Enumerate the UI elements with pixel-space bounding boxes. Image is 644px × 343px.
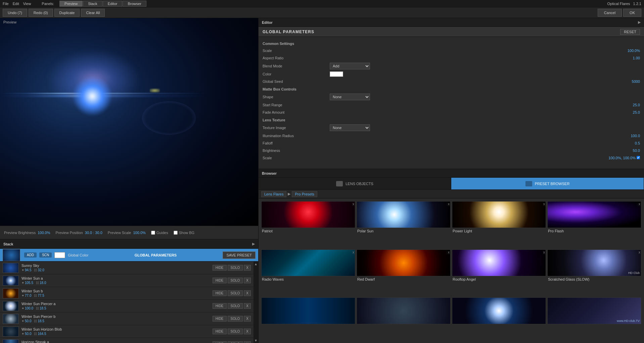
preset-item-red-dwarf[interactable]: x Red Dwarf — [357, 249, 451, 296]
preset-thumb-patriot[interactable]: x — [261, 201, 355, 228]
stack-item-thumb[interactable] — [3, 288, 19, 298]
start-range-value[interactable]: 25.0 — [633, 103, 640, 107]
preset-remove-icon[interactable]: x — [448, 202, 450, 206]
stack-item-thumb[interactable] — [3, 339, 19, 343]
menu-view[interactable]: View — [23, 2, 31, 6]
preset-item-bottom1[interactable] — [261, 297, 355, 340]
stack-item-thumb[interactable] — [3, 314, 19, 324]
scale-param-value[interactable]: 100.0% — [628, 49, 640, 53]
preset-item-patriot[interactable]: x Patriot — [261, 201, 355, 248]
preset-thumb-bottom1[interactable] — [261, 297, 355, 324]
preset-remove-icon[interactable]: x — [448, 250, 450, 254]
show-bg-checkbox[interactable] — [174, 231, 178, 235]
duplicate-button[interactable]: Duplicate — [54, 9, 80, 17]
delete-button[interactable]: X — [244, 265, 251, 271]
solo-button[interactable]: SOLO — [228, 341, 243, 343]
brightness-param-value[interactable]: 50.0 — [633, 149, 640, 153]
menu-file[interactable]: File — [3, 2, 9, 6]
hide-button[interactable]: HIDE — [213, 278, 227, 283]
breadcrumb-lens-flares[interactable]: Lens Flares — [261, 191, 286, 197]
solo-button[interactable]: SOLO — [228, 303, 243, 309]
scale-link-checkbox[interactable] — [637, 156, 640, 159]
preset-thumb-bottom4[interactable]: www.HD-club.TV — [547, 297, 641, 324]
aspect-ratio-value[interactable]: 1.00 — [633, 56, 640, 60]
delete-button[interactable]: X — [244, 303, 251, 309]
preset-thumb-scratched-glass[interactable]: x HD Club — [547, 249, 641, 276]
preset-thumb-red-dwarf[interactable]: x — [357, 249, 451, 276]
guides-checkbox[interactable] — [151, 231, 155, 235]
preset-remove-icon[interactable]: x — [543, 250, 545, 254]
preset-item-bottom3[interactable] — [452, 297, 546, 340]
stack-item-thumb[interactable] — [3, 327, 19, 337]
stack-item-thumb[interactable] — [3, 301, 19, 311]
tab-editor[interactable]: Editor — [103, 1, 123, 7]
preset-remove-icon[interactable]: x — [639, 250, 640, 254]
hide-button[interactable]: HIDE — [213, 265, 227, 271]
preset-remove-icon[interactable]: x — [353, 202, 354, 206]
stack-collapse-icon[interactable]: ▶ — [252, 242, 255, 246]
fade-amount-value[interactable]: 25.0 — [633, 110, 640, 114]
tab-preset-browser[interactable]: PRESET BROWSER — [451, 178, 644, 189]
hide-button[interactable]: HIDE — [213, 341, 227, 343]
solo-button[interactable]: SOLO — [228, 329, 243, 334]
preset-item-power-light[interactable]: x Power Light — [452, 201, 546, 248]
preset-item-bottom4[interactable]: www.HD-club.TV — [547, 297, 641, 340]
solo-button[interactable]: SOLO — [228, 265, 243, 271]
tab-preview[interactable]: Preview — [59, 1, 83, 7]
falloff-value[interactable]: 0.5 — [635, 141, 640, 145]
blend-mode-select[interactable]: Add Screen Normal Overlay — [330, 63, 370, 69]
breadcrumb-pro-presets[interactable]: Pro Presets — [292, 191, 317, 197]
global-color-swatch[interactable] — [54, 252, 65, 258]
preset-item-bottom2[interactable] — [357, 297, 451, 340]
editor-expand-icon[interactable]: ▶ — [638, 20, 641, 24]
preset-item-rooftop-angel[interactable]: x Rooftop Angel — [452, 249, 546, 296]
menu-edit[interactable]: Edit — [13, 2, 19, 6]
delete-button[interactable]: X — [244, 290, 251, 296]
delete-button[interactable]: X — [244, 278, 251, 283]
preset-remove-icon[interactable]: x — [543, 202, 545, 206]
reset-button[interactable]: RESET — [620, 29, 640, 35]
preset-thumb-power-light[interactable]: x — [452, 201, 546, 228]
clear-all-button[interactable]: Clear All — [81, 9, 105, 17]
stack-global-thumbnail[interactable] — [3, 249, 20, 261]
solo-button[interactable]: SOLO — [228, 316, 243, 322]
save-preset-button[interactable]: SAVE PRESET — [223, 251, 256, 259]
scale-value[interactable]: 100.0% — [133, 231, 146, 235]
position-value[interactable]: 30.0 : 30.0 — [85, 231, 102, 235]
preset-item-scratched-glass[interactable]: x HD Club Scratched Glass (SLOW) — [547, 249, 641, 296]
undo-button[interactable]: Undo (7) — [3, 9, 27, 17]
tab-stack[interactable]: Stack — [83, 1, 102, 7]
solo-button[interactable]: SOLO — [228, 290, 243, 296]
scroll-up-icon[interactable]: ▲ — [254, 262, 258, 266]
preset-thumb-bottom3[interactable] — [452, 297, 546, 324]
preset-thumb-polar-sun[interactable]: x — [357, 201, 451, 228]
solo-button[interactable]: SOLO — [228, 278, 243, 283]
hide-button[interactable]: HIDE — [213, 303, 227, 309]
ok-button[interactable]: OK — [623, 9, 641, 17]
hide-button[interactable]: HIDE — [213, 316, 227, 322]
delete-button[interactable]: X — [244, 329, 251, 334]
guides-checkbox-label[interactable]: Guides — [151, 231, 168, 235]
brightness-value[interactable]: 100.0% — [38, 231, 50, 235]
preset-thumb-rooftop-angel[interactable]: x — [452, 249, 546, 276]
add-button[interactable]: ADD — [24, 252, 37, 258]
hide-button[interactable]: HIDE — [213, 329, 227, 334]
delete-button[interactable]: X — [244, 316, 251, 322]
stack-item-thumb[interactable] — [3, 263, 19, 273]
preset-thumb-pro-flash[interactable]: x — [547, 201, 641, 228]
global-seed-value[interactable]: 5000 — [632, 79, 640, 83]
illumination-value[interactable]: 100.0 — [631, 134, 640, 138]
tab-browser[interactable]: Browser — [123, 1, 146, 7]
show-bg-checkbox-label[interactable]: Show BG — [174, 231, 194, 235]
redo-button[interactable]: Redo (0) — [29, 9, 53, 17]
preset-thumb-radio-waves[interactable]: x — [261, 249, 355, 276]
preset-remove-icon[interactable]: x — [353, 250, 354, 254]
shape-select[interactable]: None Rectangle Circle — [330, 94, 370, 100]
stack-item-thumb[interactable] — [3, 276, 19, 286]
color-param-swatch[interactable] — [330, 71, 343, 77]
hide-button[interactable]: HIDE — [213, 290, 227, 296]
scroll-down-icon[interactable]: ▼ — [254, 339, 258, 342]
scale2-param-value[interactable]: 100.0%, 100.0% — [608, 156, 640, 160]
delete-button[interactable]: X — [244, 341, 251, 343]
cancel-button[interactable]: Cancel — [598, 9, 622, 17]
